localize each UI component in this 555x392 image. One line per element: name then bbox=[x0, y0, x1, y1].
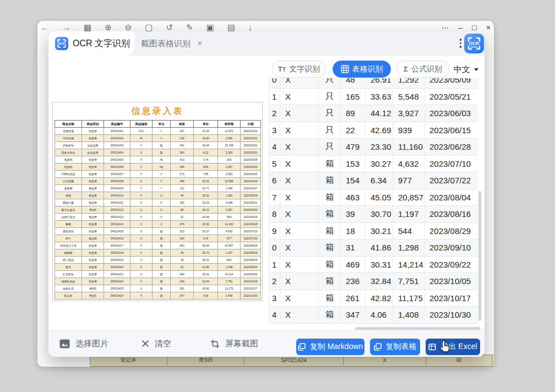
source-image-preview: 信息录入表 商品名称商品类别商品编号商品规格单位销量单价销售额日期 桌面风扇电器… bbox=[52, 102, 263, 301]
table-row: 1X只16533.635,5482023/05/21 bbox=[269, 88, 478, 105]
crop-icon bbox=[210, 339, 220, 349]
table-row: 2X只8944.123,9272023/06/03 bbox=[269, 105, 478, 122]
table-row: 护肤套装化妆品类SP021403X瓶43136.5415,7482023/02/… bbox=[55, 142, 261, 149]
language-selector[interactable]: 中文 bbox=[454, 64, 478, 75]
svg-text:OCR: OCR bbox=[469, 41, 480, 46]
pick-image-button[interactable]: 选择图片 bbox=[59, 335, 108, 352]
table-row: 3X箱26142.8211,1752023/10/17 bbox=[269, 290, 478, 307]
table-row: 桌面风扇电器类SP021401XXL个33732.2610,8702023/01… bbox=[55, 128, 261, 135]
tab-formula-recognition[interactable]: Σ 公式识别 bbox=[396, 61, 449, 78]
table-row: 笔记本类别5SP021424X箱3474.061,4082023/10/30 bbox=[55, 292, 261, 300]
table-grid-icon bbox=[341, 65, 349, 73]
clear-button[interactable]: 清空 bbox=[142, 335, 171, 352]
table-row: 3X只2242.699392023/06/15 bbox=[269, 122, 478, 139]
table-row: 窗帘家居类SP021420X箱3141.861,2982023/09/10 bbox=[55, 264, 261, 271]
table-row: 电池组电器类SP021406XKg2698.802,3672023/03/20 bbox=[55, 164, 261, 171]
table-row: 6X箱1546.349772023/07/22 bbox=[269, 172, 478, 189]
table-row: 2X箱23632.847,7512023/10/05 bbox=[269, 273, 478, 290]
result-table: 0X只4826.911,2922023/05/091X只16533.635,54… bbox=[269, 78, 478, 324]
copy-table-button[interactable]: 复制表格 bbox=[370, 339, 420, 355]
tab-text-recognition[interactable]: TT 文字识别 bbox=[272, 61, 326, 78]
footer-bar: 选择图片 清空 屏幕截图 bbox=[48, 330, 485, 357]
table-row: 电源线电器类SP021405X米4130.743062023/03/08 bbox=[55, 156, 261, 164]
table-row: 厨具套装家居类SP021415X箱15330.274,6322023/07/10 bbox=[55, 228, 261, 235]
table-row: 4X只47923.3011,1602023/06/28 bbox=[269, 139, 478, 156]
tab-table-recognition[interactable]: 表格识别 bbox=[333, 61, 391, 78]
table-row: USB充电器电器类SP021407X个3737.562,8202023/04/0… bbox=[55, 171, 261, 178]
clear-x-icon bbox=[142, 340, 149, 347]
table-row: 黑猪火腿食品类SP021411X只16533.635,5482023/05/21 bbox=[55, 199, 261, 206]
text-recognition-icon: TT bbox=[278, 65, 286, 73]
app-title: OCR 文字识别 bbox=[73, 38, 130, 50]
app-title-tab[interactable]: OCR OCR 文字识别 bbox=[48, 31, 134, 56]
table-row: 饼干食品类SP021416X箱1546.349772023/07/22 bbox=[55, 235, 261, 242]
hand-cursor bbox=[437, 340, 451, 356]
window-header: OCR OCR 文字识别 截图表格识别 × OCR bbox=[48, 31, 485, 56]
table-row: 0X箱3141.861,2982023/09/10 bbox=[269, 239, 478, 257]
table-row: 墙面装饰品家居类SP021422X箱23632.847,7512023/10/0… bbox=[55, 278, 261, 285]
table-row: 高档巧克力食品类SP021413X只2242.699392023/06/15 bbox=[55, 214, 261, 221]
table-row: 1X箱46930.3114,2142023/09/22 bbox=[269, 256, 478, 273]
screenshot-button[interactable]: 屏幕截图 bbox=[210, 335, 258, 352]
table-row: 速食面食品类SP021409X个12110.711,2962023/04/27 bbox=[55, 185, 261, 192]
table-row: 灯具套装家居类SP021421X箱46930.3114,2142023/09/2… bbox=[55, 271, 261, 278]
tab-close-icon[interactable]: × bbox=[197, 39, 202, 48]
svg-text:OCR: OCR bbox=[58, 42, 66, 45]
formula-sigma-icon: Σ bbox=[404, 65, 408, 73]
result-table-viewport[interactable]: 0X只4826.911,2922023/05/091X只16533.635,54… bbox=[269, 78, 478, 326]
copy-markdown-button[interactable]: 复制 Markdown bbox=[296, 339, 364, 355]
table-row: 豪华礼盒装类别6SP021412X只8944.123,9272023/06/03 bbox=[55, 206, 261, 214]
table-row: 床上用品家居类SP021419X箱1830.215442023/08/29 bbox=[55, 257, 261, 264]
table-row: 8X箱3930.701,1972023/08/16 bbox=[269, 206, 478, 223]
table-row: 家用清洁工具家居类SP021417X箱46345.0520,8572023/08… bbox=[55, 242, 261, 249]
ocr-app-window: OCR OCR 文字识别 截图表格识别 × OCR 信息录 bbox=[48, 31, 485, 357]
source-table-title: 信息录入表 bbox=[53, 106, 262, 117]
vertical-scrollbar[interactable] bbox=[478, 191, 481, 321]
table-row: 烤鸡食品类SP021410X只4826.911,2922023/05/09 bbox=[55, 192, 261, 199]
table-row: 5X箱15330.274,6322023/07/10 bbox=[269, 155, 478, 172]
table-row: 手持风扇电器类SP021402M个13818.602,5662023/01/21 bbox=[55, 135, 261, 142]
ocr-app-icon: OCR bbox=[55, 37, 68, 50]
table-row: 7X箱46345.0520,8572023/08/04 bbox=[269, 189, 478, 206]
chevron-down-icon bbox=[474, 68, 478, 71]
table-row: 9X箱1830.215442023/08/29 bbox=[269, 222, 478, 239]
tab-screenshot-table-recognition[interactable]: 截图表格识别 × bbox=[141, 31, 202, 56]
spreadsheet-icon bbox=[428, 343, 436, 351]
close-icon[interactable]: × bbox=[486, 23, 491, 32]
copy-icon bbox=[298, 343, 306, 351]
ocr-logo-button[interactable]: OCR bbox=[464, 34, 484, 53]
table-row: 储物箱家居类SP021418X箱3930.701,1972023/08/16 bbox=[55, 249, 261, 257]
source-table-header-row: 商品名称商品类别商品编号商品规格单位销量单价销售额日期 bbox=[55, 121, 261, 128]
table-row: 高档文具类别5SP021423X箱26142.8211,1752023/10/1… bbox=[55, 285, 261, 292]
back-icon[interactable]: ← bbox=[41, 23, 49, 32]
table-row: 4X箱3474.061,4082023/10/30 bbox=[269, 307, 478, 324]
more-menu-icon[interactable] bbox=[460, 39, 462, 48]
table-row: 0X只4826.911,2922023/05/09 bbox=[269, 78, 478, 88]
table-row: 洗发水组合化妆品类SP021404X瓶3806.222,3632023/02/2… bbox=[55, 149, 261, 156]
tab-label: 截图表格识别 bbox=[141, 39, 191, 49]
table-row: 餐椅家居类SP021414X只47923.3011,1602023/06/28 bbox=[55, 221, 261, 228]
table-row: 台式电脑电器类SP021408X个49825.2212,5582023/04/1… bbox=[55, 178, 261, 185]
source-table: 商品名称商品类别商品编号商品规格单位销量单价销售额日期 桌面风扇电器类SP021… bbox=[55, 120, 261, 300]
copy-icon bbox=[374, 343, 382, 351]
export-excel-button[interactable]: 导出 Excel bbox=[426, 339, 480, 355]
image-icon bbox=[59, 339, 70, 349]
